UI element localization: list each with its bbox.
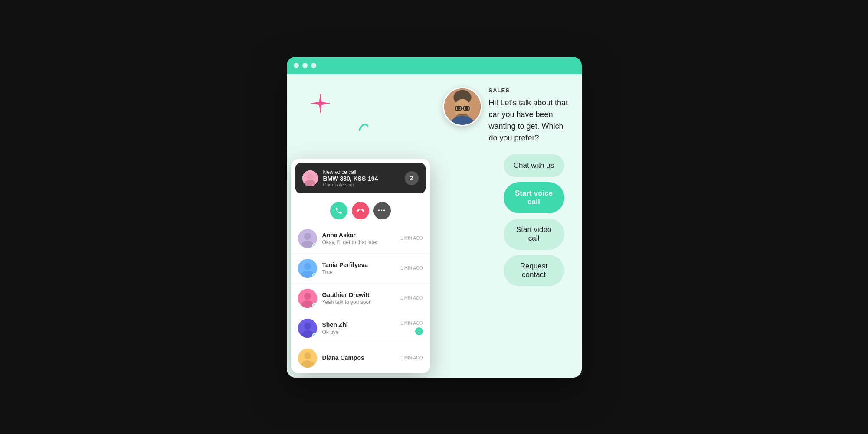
svg-point-16 [304, 352, 311, 359]
start-voice-call-button[interactable]: Start voice call [504, 182, 564, 213]
svg-point-7 [304, 263, 311, 270]
avatar [298, 259, 317, 278]
browser-window: New voice call BMW 330, KSS-194 Car deal… [287, 57, 582, 378]
phone-overlay: New voice call BMW 330, KSS-194 Car deal… [291, 159, 430, 373]
chat-name: Diana Campos [322, 354, 396, 361]
chat-info: Tania Perfilyeva True [322, 261, 396, 275]
chat-meta: 1 MIN AGO [400, 296, 423, 300]
agent-avatar [443, 87, 482, 126]
start-video-call-button[interactable]: Start video call [504, 219, 564, 250]
call-badge: 2 [405, 171, 419, 185]
chat-list: Anna Askar Okay, I'll get to that later … [291, 224, 430, 373]
online-indicator [312, 273, 317, 277]
caller-avatar [302, 170, 318, 186]
chat-name: Anna Askar [322, 232, 396, 238]
call-banner: New voice call BMW 330, KSS-194 Car deal… [295, 163, 426, 193]
chat-time: 1 MIN AGO [400, 236, 423, 241]
online-indicator [312, 303, 317, 307]
chat-meta: 1 MIN AGO [400, 356, 423, 360]
online-indicator [312, 243, 317, 248]
chat-preview: Ok bye [322, 329, 396, 335]
svg-point-1 [307, 173, 313, 179]
chat-info: Gauthier Drewitt Yeah talk to you soon [322, 291, 396, 305]
list-item[interactable]: Tania Perfilyeva True 1 MIN AGO [291, 254, 430, 284]
chat-time: 1 MIN AGO [400, 356, 423, 360]
chat-time: 1 MIN AGO [400, 321, 423, 326]
chat-preview: Okay, I'll get to that later [322, 239, 396, 245]
window-dot-3 [311, 63, 316, 68]
chat-info: Shen Zhi Ok bye [322, 321, 396, 335]
avatar [298, 319, 317, 338]
left-decorative-area: New voice call BMW 330, KSS-194 Car deal… [300, 87, 434, 347]
call-actions: ••• [291, 198, 430, 224]
chat-time: 1 MIN AGO [400, 266, 423, 271]
chat-meta: 1 MIN AGO [400, 236, 423, 241]
decline-call-button[interactable] [352, 202, 369, 219]
svg-point-13 [304, 323, 311, 330]
chat-meta: 1 MIN AGO [400, 266, 423, 271]
list-item[interactable]: Shen Zhi Ok bye 1 MIN AGO 1 [291, 313, 430, 343]
call-description: Car dealership [323, 182, 400, 187]
svg-point-4 [304, 233, 311, 240]
unread-count: 1 [415, 327, 423, 335]
avatar [298, 289, 317, 308]
call-info: New voice call BMW 330, KSS-194 Car deal… [323, 169, 400, 187]
agent-message-area: SALES Hi! Let's talk about that car you … [489, 87, 569, 144]
chat-meta: 1 MIN AGO 1 [400, 321, 423, 335]
window-dot-2 [302, 63, 308, 68]
list-item[interactable]: Anna Askar Okay, I'll get to that later … [291, 224, 430, 254]
agent-message-text: Hi! Let's talk about that car you have b… [489, 97, 569, 144]
avatar [298, 349, 317, 368]
chat-time: 1 MIN AGO [400, 296, 423, 300]
chat-info: Anna Askar Okay, I'll get to that later [322, 232, 396, 245]
agent-title: SALES [489, 87, 569, 94]
chat-name: Tania Perfilyeva [322, 261, 396, 268]
chat-name: Shen Zhi [322, 321, 396, 328]
chat-preview: True [322, 269, 396, 275]
svg-point-24 [456, 107, 459, 110]
call-title: New voice call [323, 169, 400, 175]
svg-point-10 [304, 293, 311, 300]
request-contact-button[interactable]: Request contact [504, 255, 564, 286]
online-indicator [312, 333, 317, 337]
chat-info: Diana Campos [322, 354, 396, 362]
right-panel: SALES Hi! Let's talk about that car you … [434, 87, 569, 347]
window-dot-1 [294, 63, 299, 68]
browser-titlebar [287, 57, 582, 74]
action-buttons: Chat with us Start voice call Start vide… [443, 154, 569, 286]
chat-name: Gauthier Drewitt [322, 291, 396, 298]
more-call-options-button[interactable]: ••• [373, 202, 391, 219]
browser-content: New voice call BMW 330, KSS-194 Car deal… [287, 74, 582, 378]
chat-preview: Yeah talk to you soon [322, 299, 396, 305]
list-item[interactable]: Gauthier Drewitt Yeah talk to you soon 1… [291, 284, 430, 313]
avatar [298, 229, 317, 248]
call-subtitle: BMW 330, KSS-194 [323, 175, 400, 182]
accept-call-button[interactable] [330, 202, 347, 219]
chat-with-us-button[interactable]: Chat with us [504, 154, 564, 177]
list-item[interactable]: Diana Campos 1 MIN AGO [291, 343, 430, 373]
svg-point-25 [465, 107, 468, 110]
